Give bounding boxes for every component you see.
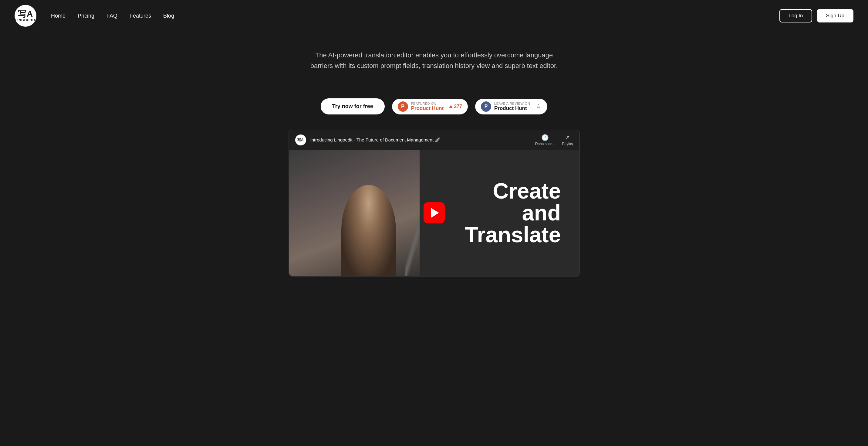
person-shape [341,185,396,276]
brand-name: LINGOEDIT [15,18,36,22]
logo[interactable]: 写A LINGOEDIT [14,5,36,27]
ph-featured-icon: P [398,101,408,112]
nav-links: Home Pricing FAQ Features Blog [51,13,174,19]
ph-review-icon: P [481,101,491,112]
hero-section: The AI-powered translation editor enable… [298,32,571,98]
ph-featured-name: Product Hunt [411,106,444,112]
ph-featured-label: FEATURED ON [411,102,437,106]
nav-item-faq[interactable]: FAQ [106,13,117,19]
ph-featured-text: FEATURED ON Product Hunt [411,102,444,112]
video-actions: 🕐 Daha sonr... ↗ Paylaş [535,134,573,146]
clock-icon: 🕐 [541,134,549,141]
nav-item-features[interactable]: Features [129,13,151,19]
video-top-bar: 写A Introducing Lingoedit - The Future of… [289,130,579,150]
login-button[interactable]: Log In [779,9,812,23]
nav-item-blog[interactable]: Blog [163,13,174,19]
ph-review-label: LEAVE A REVIEW ON [494,102,530,106]
video-thumbnail: Create and Translate [289,150,579,276]
logo-symbol: 写A [15,10,36,18]
ph-arrow-icon [449,105,453,108]
nav-item-home[interactable]: Home [51,13,65,19]
nav-right: Log In Sign Up [779,9,854,23]
ph-count-number: 277 [454,104,462,109]
nav-left: 写A LINGOEDIT Home Pricing FAQ Features B… [14,5,174,27]
producthunt-review-badge[interactable]: P LEAVE A REVIEW ON Product Hunt ☆ [475,99,547,115]
video-logo: 写A [295,135,306,145]
nav-link-features[interactable]: Features [129,13,151,19]
try-now-button[interactable]: Try now for free [321,98,385,115]
play-icon [431,208,439,218]
share-icon: ↗ [565,134,570,141]
video-text-overlay: Create and Translate [465,180,561,246]
ph-review-text: LEAVE A REVIEW ON Product Hunt [494,102,530,112]
video-section: 写A Introducing Lingoedit - The Future of… [288,130,580,276]
share-action[interactable]: ↗ Paylaş [562,134,573,146]
ph-star-icon: ☆ [535,102,541,111]
watch-later-label: Daha sonr... [535,142,555,146]
nav-link-faq[interactable]: FAQ [106,13,117,19]
navbar: 写A LINGOEDIT Home Pricing FAQ Features B… [0,0,868,32]
nav-item-pricing[interactable]: Pricing [78,13,94,19]
video-create-text: Create and Translate [465,180,561,246]
video-title: Introducing Lingoedit - The Future of Do… [310,137,531,143]
ph-vote-count: 277 [449,104,462,109]
producthunt-featured-badge[interactable]: P FEATURED ON Product Hunt 277 [392,99,468,115]
nav-link-home[interactable]: Home [51,13,65,19]
cta-row: Try now for free P FEATURED ON Product H… [0,98,868,115]
watch-later-action[interactable]: 🕐 Daha sonr... [535,134,555,146]
ph-review-name: Product Hunt [494,106,527,112]
nav-link-pricing[interactable]: Pricing [78,13,94,19]
signup-button[interactable]: Sign Up [817,9,854,23]
play-button[interactable] [424,202,445,224]
hero-subtitle: The AI-powered translation editor enable… [304,50,565,71]
share-label: Paylaş [562,142,573,146]
video-frame: 写A Introducing Lingoedit - The Future of… [289,130,579,276]
nav-link-blog[interactable]: Blog [163,13,174,19]
